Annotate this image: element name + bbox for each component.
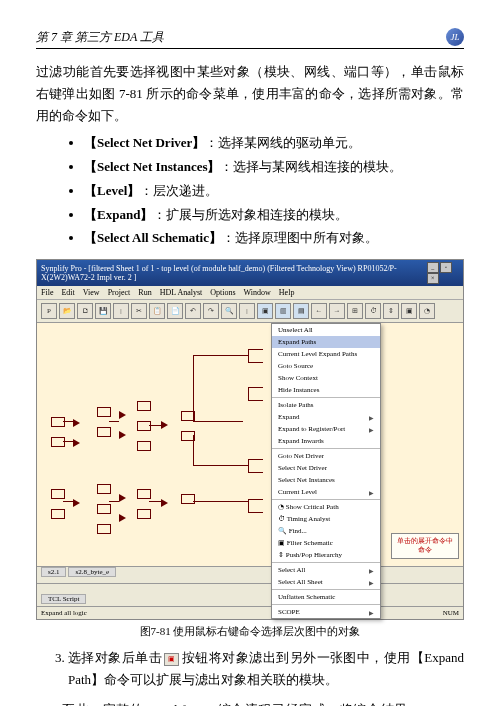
toolbar[interactable]: P📂🗋💾| ✂📋📄↶↷ 🔍|▣▥▤ ←→⊞⏱⇕ ▣◔ [37,300,463,323]
ctx-goto-source[interactable]: Goto Source [272,360,380,372]
ctx-show-critical-path[interactable]: ◔ Show Critical Path [272,501,380,513]
filter-button-icon: ▣ [164,653,179,666]
ctx-current-level-expand[interactable]: Current Level Expand Paths [272,348,380,360]
ctx-goto-net-driver[interactable]: Goto Net Driver [272,450,380,462]
ctx-unselect-all[interactable]: Unselect All [272,324,380,336]
menubar[interactable]: FileEditViewProjectRunHDL AnalystOptions… [37,286,463,300]
callout-annotation: 单击的展开命令中命令 [391,533,459,559]
window-title: Synplify Pro - [filtered Sheet 1 of 1 - … [41,264,426,282]
context-menu[interactable]: Unselect All Expand Paths Current Level … [271,323,381,619]
ctx-isolate-paths[interactable]: Isolate Paths [272,399,380,411]
logo-icon: JL [446,28,464,46]
chapter-header: 第 7 章 第三方 EDA 工具 [36,29,164,46]
screenshot-synplify: Synplify Pro - [filtered Sheet 1 of 1 - … [36,259,464,620]
schematic-canvas[interactable]: Unselect All Expand Paths Current Level … [37,323,463,583]
ctx-hide-instances[interactable]: Hide Instances [272,384,380,396]
log-tab[interactable]: TCL Script [41,594,86,604]
doc-tabs[interactable]: s2.1s2.8_byte_e [37,566,463,583]
command-list: 【Select Net Driver】：选择某网线的驱动单元。 【Select … [84,133,464,249]
ctx-show-context[interactable]: Show Context [272,372,380,384]
ctx-expand-to-register[interactable]: Expand to Register/Port▶ [272,423,380,435]
status-bar: Expand all logic NUM [37,606,463,619]
ctx-select-all-sheet[interactable]: Select All Sheet▶ [272,576,380,588]
ctx-current-level[interactable]: Current Level▶ [272,486,380,498]
ctx-scope[interactable]: SCOPE▶ [272,606,380,618]
filter-button: ▣ [401,303,417,319]
ctx-push-pop[interactable]: ⇕ Push/Pop Hierarchy [272,549,380,561]
step-list: 选择对象后单击▣按钮将对象滤出到另外一张图中，使用【Expand Path】命令… [68,647,464,691]
intro-paragraph: 过滤功能首先要选择视图中某些对象（模块、网线、端口等），单击鼠标右键弹出如图 7… [36,61,464,127]
ctx-expand-paths[interactable]: Expand Paths [272,336,380,348]
log-panel: TCL Script [37,583,463,606]
ctx-select-all[interactable]: Select All▶ [272,564,380,576]
ctx-expand[interactable]: Expand▶ [272,411,380,423]
summary-paragraph: 至此，完整的 Synplify Pro 综合流程已经完成，将综合结果——VQM … [36,699,464,706]
ctx-timing-analyst[interactable]: ⏱ Timing Analyst [272,513,380,525]
ctx-expand-inwards[interactable]: Expand Inwards [272,435,380,447]
window-buttons[interactable]: _▫× [426,262,459,284]
ctx-filter-schematic[interactable]: ▣ Filter Schematic [272,537,380,549]
ctx-find[interactable]: 🔍 Find... [272,525,380,537]
figure-caption: 图7-81 使用鼠标右键命令选择层次图中的对象 [36,624,464,639]
ctx-select-net-instances[interactable]: Select Net Instances [272,474,380,486]
ctx-select-net-driver[interactable]: Select Net Driver [272,462,380,474]
ctx-unflatten[interactable]: Unflatten Schematic [272,591,380,603]
